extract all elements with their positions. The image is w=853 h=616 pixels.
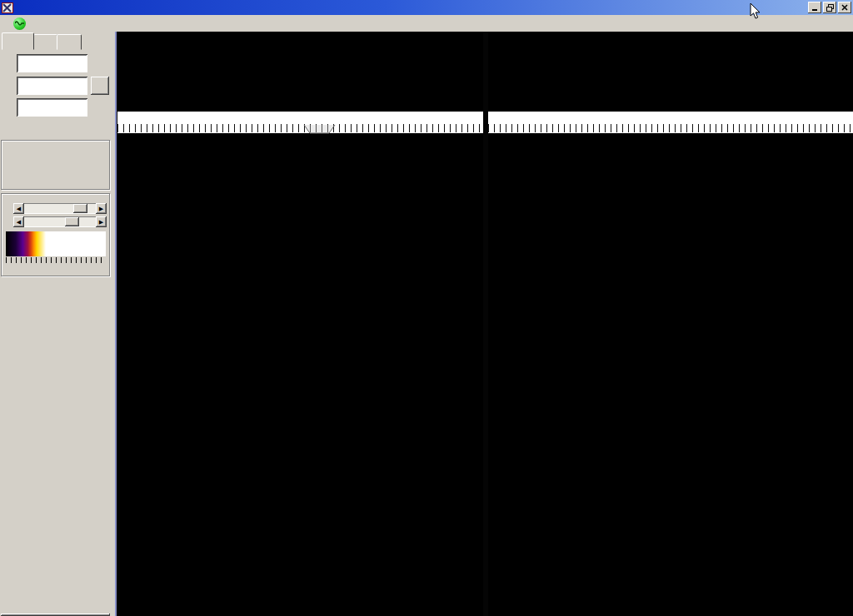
arrow-left-icon[interactable]: ◀	[13, 203, 24, 214]
color-palette-panel: ◀ ▶ ◀ ▶	[1, 193, 110, 276]
brightness-slider-thumb[interactable]	[73, 204, 87, 213]
ch2-axis-ticks	[488, 124, 853, 132]
ch1-axis-ticks	[117, 124, 483, 132]
channel-divider	[483, 32, 488, 616]
tab-freq2[interactable]	[2, 32, 34, 50]
tab-rdf[interactable]	[57, 34, 82, 50]
spectrum-lab-window: ◀ ▶ ◀ ▶	[0, 0, 853, 616]
palette-scale-ticks	[6, 257, 106, 263]
control-panel: ◀ ▶ ◀ ▶	[0, 32, 111, 616]
ch1-waterfall[interactable]	[117, 133, 483, 616]
arrow-right-icon[interactable]: ▶	[96, 203, 107, 214]
ch2-waterfall-canvas[interactable]	[488, 133, 853, 616]
close-button[interactable]	[838, 2, 851, 13]
cursor-panel	[1, 140, 110, 190]
mouse-cursor	[750, 2, 763, 21]
opt-button[interactable]	[91, 77, 109, 95]
panel-edge	[111, 32, 117, 616]
signal-indicator-icon	[13, 17, 26, 30]
brightness-slider[interactable]: ◀ ▶	[13, 203, 107, 214]
ch1-spectrum[interactable]	[117, 33, 483, 111]
ch2-spectrum[interactable]	[488, 33, 853, 111]
tab-time[interactable]	[33, 34, 57, 50]
ch2-spectrum-canvas[interactable]	[488, 33, 853, 111]
palette-gradient	[6, 231, 106, 256]
app-icon	[2, 2, 13, 13]
ch1-spectrum-canvas[interactable]	[122, 33, 483, 111]
ch2-waterfall[interactable]	[488, 133, 853, 616]
menubar	[0, 15, 853, 32]
restore-button[interactable]	[823, 2, 836, 13]
vfo-input[interactable]	[17, 54, 87, 72]
fc-input[interactable]	[17, 77, 87, 95]
titlebar[interactable]	[0, 0, 853, 15]
ch1-frequency-axis[interactable]	[117, 111, 483, 133]
contrast-slider-thumb[interactable]	[65, 217, 79, 226]
minimize-button[interactable]	[808, 2, 821, 13]
arrow-left-icon[interactable]: ◀	[13, 216, 24, 227]
arrow-right-icon[interactable]: ▶	[96, 216, 107, 227]
display-area	[117, 32, 853, 616]
ch2-frequency-axis[interactable]	[488, 111, 853, 133]
contrast-slider[interactable]: ◀ ▶	[13, 216, 107, 227]
ch1-waterfall-canvas[interactable]	[117, 133, 483, 616]
sp-input[interactable]	[17, 98, 87, 117]
